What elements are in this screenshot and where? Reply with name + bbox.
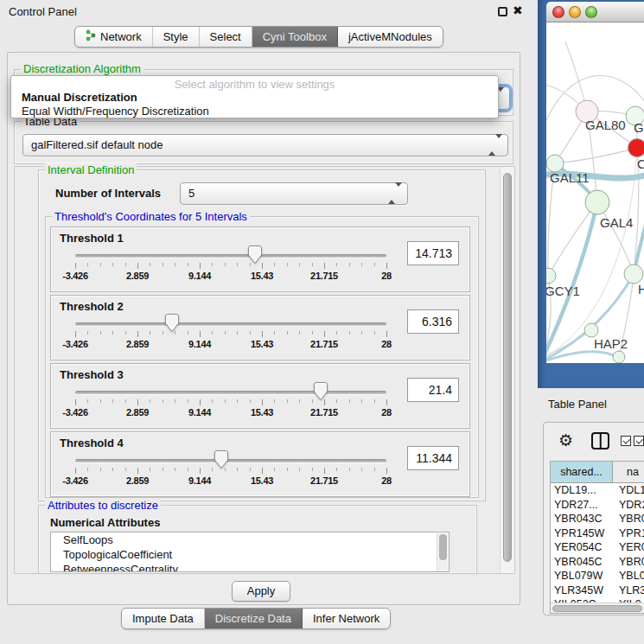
threshold-value-field[interactable]: 11.344 xyxy=(407,446,459,470)
network-node[interactable] xyxy=(585,190,609,214)
attribute-list-item[interactable]: BetweennessCentrality xyxy=(51,562,449,572)
slider-tick xyxy=(125,468,126,471)
cell-shared-name[interactable]: YDR27... xyxy=(551,498,613,513)
combo-stepper-icon[interactable] xyxy=(488,135,502,156)
close-icon[interactable]: ✖ xyxy=(513,3,523,17)
close-traffic-light[interactable] xyxy=(552,6,564,18)
slider-track[interactable] xyxy=(75,254,386,258)
list-scrollbar[interactable] xyxy=(437,533,448,571)
cell-name[interactable]: YBR0 xyxy=(613,555,644,570)
slider-tick xyxy=(225,331,226,335)
table-row[interactable]: YBL079WYBL0 xyxy=(551,569,644,583)
table-horizontal-scrollbar[interactable] xyxy=(551,603,644,613)
tab-jactivemnodules[interactable]: jActiveMNodules xyxy=(338,27,443,47)
table-row[interactable]: YDL19...YDL1 xyxy=(551,483,644,498)
apply-button[interactable]: Apply xyxy=(232,581,290,602)
gear-icon[interactable]: ⚙ xyxy=(558,430,573,450)
minimize-traffic-light[interactable] xyxy=(569,6,581,18)
table-row[interactable]: YBR043CYBR0 xyxy=(551,512,644,526)
network-window-titlebar[interactable] xyxy=(546,2,644,22)
column-layout-icon[interactable] xyxy=(591,432,609,450)
panel-scrollbar-thumb[interactable] xyxy=(503,173,512,562)
network-node[interactable] xyxy=(584,323,598,337)
cell-name[interactable]: YDR2 xyxy=(613,498,644,513)
table-row[interactable]: YER054CYER0 xyxy=(551,540,644,555)
slider-track[interactable] xyxy=(75,459,386,462)
cell-name[interactable]: YLR3 xyxy=(613,583,644,598)
cell-shared-name[interactable]: YDL19... xyxy=(551,483,613,498)
slider-tick xyxy=(212,331,213,335)
network-node[interactable] xyxy=(624,265,643,284)
slider-tick xyxy=(237,468,238,471)
tab-impute-data[interactable]: Impute Data xyxy=(122,609,205,628)
slider-track[interactable] xyxy=(75,391,386,394)
threshold-slider[interactable]: -3.4262.8599.14415.4321.71528 xyxy=(75,432,386,498)
popup-item-equal-width-frequency[interactable]: Equal Width/Frequency Discretization xyxy=(11,105,498,118)
float-window-icon[interactable] xyxy=(498,7,507,16)
slider-tick xyxy=(287,263,288,266)
network-node[interactable] xyxy=(628,139,644,157)
cell-shared-name[interactable]: YBR045C xyxy=(551,555,613,570)
zoom-traffic-light[interactable] xyxy=(585,6,597,18)
attribute-list-item[interactable]: TopologicalCoefficient xyxy=(51,547,449,562)
slider-track[interactable] xyxy=(75,322,386,326)
network-node[interactable] xyxy=(613,351,625,363)
table-row[interactable]: YBR045CYBR0 xyxy=(551,555,644,570)
slider-thumb[interactable] xyxy=(248,245,262,267)
table-row[interactable]: YLR345WYLR3 xyxy=(551,583,644,598)
slider-tick xyxy=(374,468,375,471)
tab-network[interactable]: Network xyxy=(75,27,153,47)
table-row[interactable]: YDR27...YDR2 xyxy=(551,498,644,513)
checkbox-icon[interactable] xyxy=(621,436,631,446)
cell-shared-name[interactable]: YER054C xyxy=(551,540,613,555)
slider-tick xyxy=(336,263,337,266)
slider-thumb[interactable] xyxy=(214,450,228,472)
threshold-value-field[interactable]: 21.4 xyxy=(407,378,459,402)
slider-tick xyxy=(150,399,150,403)
cell-shared-name[interactable]: YBR043C xyxy=(551,512,613,526)
tab-cyni-toolbox[interactable]: Cyni Toolbox xyxy=(252,27,338,47)
threshold-slider[interactable]: -3.4262.8599.14415.4321.71528 xyxy=(75,364,386,430)
cyni-mode-tabs: Impute Data Discretize Data Infer Networ… xyxy=(121,608,391,629)
network-node-label: GCY1 xyxy=(546,284,580,298)
panel-scrollbar[interactable] xyxy=(500,167,514,573)
column-header-name[interactable]: na xyxy=(613,462,644,482)
cell-name[interactable]: YER0 xyxy=(613,540,644,555)
table-scrollbar-thumb[interactable] xyxy=(552,605,642,612)
cell-shared-name[interactable]: YBL079W xyxy=(551,569,613,583)
number-of-intervals-combobox[interactable]: 5 xyxy=(180,182,408,205)
popup-item-manual-discretization[interactable]: Manual Discretization xyxy=(11,91,498,104)
network-canvas[interactable]: GAL80GACGAL11GAL4GCY1HHAP2 xyxy=(546,22,644,363)
network-edge[interactable] xyxy=(555,148,637,163)
threshold-value-field[interactable]: 14.713 xyxy=(407,241,459,265)
tab-discretize-data[interactable]: Discretize Data xyxy=(205,609,303,628)
network-node[interactable] xyxy=(546,268,556,284)
column-header-shared-name[interactable]: shared... xyxy=(551,462,613,482)
tab-style[interactable]: Style xyxy=(153,27,200,47)
cell-name[interactable]: YPR1 xyxy=(613,526,644,541)
attribute-list-item[interactable]: SelfLoops xyxy=(51,532,449,547)
cell-name[interactable]: YBR0 xyxy=(613,512,644,526)
cell-shared-name[interactable]: YPR145W xyxy=(551,526,613,541)
tab-infer-network[interactable]: Infer Network xyxy=(303,609,390,628)
slider-tick xyxy=(312,468,313,471)
slider-tick xyxy=(262,263,263,269)
slider-tick xyxy=(225,263,226,266)
checkbox-icon[interactable] xyxy=(634,436,644,446)
threshold-slider[interactable]: -3.4262.8599.14415.4321.71528 xyxy=(75,296,386,361)
cell-name[interactable]: YDL1 xyxy=(613,483,644,498)
numerical-attributes-list: SelfLoopsTopologicalCoefficientBetweenne… xyxy=(50,532,450,572)
tab-select[interactable]: Select xyxy=(200,27,252,47)
slider-thumb[interactable] xyxy=(165,314,179,335)
threshold-slider[interactable]: -3.4262.8599.14415.4321.71528 xyxy=(75,227,386,293)
slider-tick-label: 21.715 xyxy=(310,339,338,349)
threshold-value-field[interactable]: 6.316 xyxy=(407,309,459,334)
cell-shared-name[interactable]: YLR345W xyxy=(551,583,613,598)
network-node[interactable] xyxy=(546,155,564,172)
table-data-combobox[interactable]: galFiltered.sif default node xyxy=(22,134,508,156)
list-scrollbar-thumb[interactable] xyxy=(439,534,447,560)
combo-stepper-icon[interactable] xyxy=(388,183,402,204)
table-row[interactable]: YPR145WYPR1 xyxy=(551,526,644,541)
slider-thumb[interactable] xyxy=(314,382,328,404)
cell-name[interactable]: YBL0 xyxy=(613,569,644,583)
